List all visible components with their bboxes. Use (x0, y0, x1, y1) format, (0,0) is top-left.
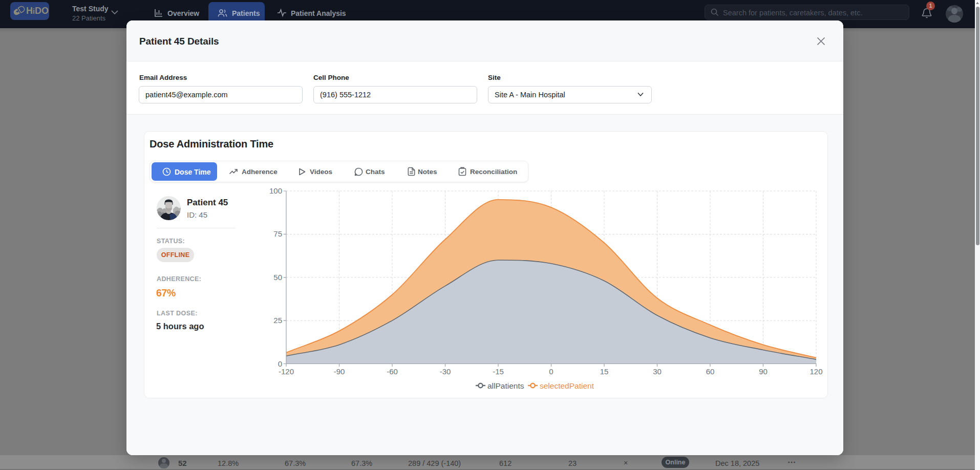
svg-text:90: 90 (759, 367, 768, 376)
svg-text:-120: -120 (279, 367, 294, 376)
svg-text:0: 0 (549, 367, 553, 376)
svg-text:60: 60 (706, 367, 715, 376)
svg-text:-60: -60 (387, 367, 398, 376)
svg-text:25: 25 (273, 316, 282, 325)
svg-text:-15: -15 (493, 367, 504, 376)
svg-text:75: 75 (273, 229, 282, 238)
svg-text:-90: -90 (334, 367, 345, 376)
svg-text:15: 15 (600, 367, 609, 376)
svg-text:0: 0 (278, 359, 282, 368)
svg-text:allPatients: allPatients (487, 381, 524, 390)
svg-text:-30: -30 (440, 367, 451, 376)
svg-text:50: 50 (273, 273, 282, 282)
svg-text:selectedPatient: selectedPatient (540, 381, 594, 390)
svg-text:100: 100 (269, 186, 282, 195)
svg-text:30: 30 (653, 367, 662, 376)
svg-text:120: 120 (809, 367, 822, 376)
